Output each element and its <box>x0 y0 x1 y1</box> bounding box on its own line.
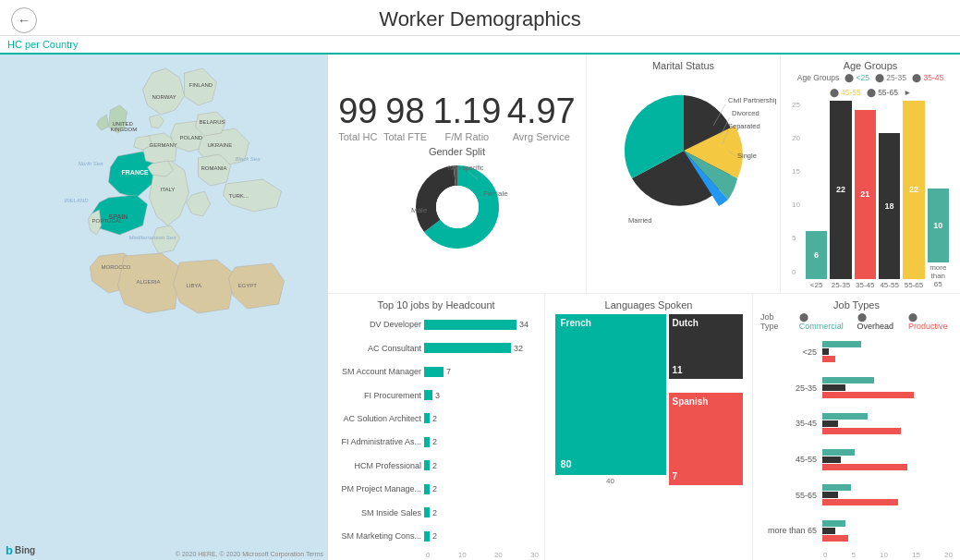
svg-text:PORTUGAL: PORTUGAL <box>92 218 124 224</box>
page-title: Worker Demographics <box>379 7 580 30</box>
gender-split-title: Gender Split <box>429 146 485 157</box>
age-legend-next[interactable]: ► <box>904 88 911 97</box>
bing-icon: b <box>6 543 13 557</box>
svg-text:FRANCE: FRANCE <box>122 169 149 176</box>
svg-text:Single: Single <box>737 152 757 160</box>
svg-text:Non-specific: Non-specific <box>448 164 484 172</box>
svg-text:BELARUS: BELARUS <box>200 119 225 125</box>
svg-text:Male: Male <box>411 206 428 214</box>
svg-text:UKRAINE: UKRAINE <box>208 142 233 148</box>
age-bar-45-55: 18 45-55 <box>879 101 900 289</box>
bing-label: Bing <box>15 545 35 555</box>
svg-text:Mediterranean Sea: Mediterranean Sea <box>129 235 177 240</box>
svg-text:North Sea: North Sea <box>79 161 104 166</box>
map-copyright: © 2020 HERE, © 2020 Microsoft Corporatio… <box>176 551 323 557</box>
total-fte-value: 98 <box>383 92 427 131</box>
total-hc-label: Total HC <box>338 131 377 142</box>
languages-title: Languages Spoken <box>605 299 693 310</box>
fm-ratio-value: 1.19 <box>432 92 501 131</box>
page-header: Worker Demographics <box>0 0 960 36</box>
svg-text:TURK...: TURK... <box>229 193 249 199</box>
svg-text:Separated: Separated <box>728 122 760 130</box>
marital-status-panel: Marital Status Civil <box>587 55 781 293</box>
avrg-service-value: 4.97 <box>507 92 576 131</box>
fm-ratio-stat: 1.19 F/M Ratio <box>432 92 501 142</box>
age-bar-55-65: 22 55-65 <box>903 101 924 289</box>
svg-text:Female: Female <box>483 189 508 198</box>
age-bar-65plus: 10 morethan 65 <box>928 101 949 289</box>
age-bar-lt25: 6 <25 <box>806 101 827 289</box>
age-groups-panel: Age Groups Age Groups ⬤ <25 ⬤ 25-35 ⬤ 35… <box>781 55 960 293</box>
svg-text:ALGERIA: ALGERIA <box>137 279 161 285</box>
svg-text:NORWAY: NORWAY <box>152 94 176 100</box>
languages-panel: Languages Spoken French 80 40 <box>545 294 753 561</box>
top10-panel: Top 10 jobs by Headcount DV Developer 34… <box>328 294 545 561</box>
avrg-service-stat: 4.97 Avrg Service <box>507 92 576 142</box>
total-fte-label: Total FTE <box>383 131 427 142</box>
svg-text:LIBYA: LIBYA <box>187 283 202 288</box>
back-button[interactable]: ← <box>11 7 37 33</box>
svg-text:Divorced: Divorced <box>732 109 759 117</box>
total-hc-value: 99 <box>338 92 377 131</box>
total-hc-stat: 99 Total HC <box>338 92 377 142</box>
marital-status-title: Marital Status <box>652 60 714 71</box>
fm-ratio-label: F/M Ratio <box>432 131 501 142</box>
top10-title: Top 10 jobs by Headcount <box>334 299 539 310</box>
age-groups-title: Age Groups <box>788 60 953 71</box>
map-section: UNITED KINGDOM FRANCE SPAIN PORTUGAL GER… <box>0 55 328 560</box>
svg-text:ITALY: ITALY <box>161 187 176 192</box>
avrg-service-label: Avrg Service <box>507 131 576 142</box>
svg-point-49 <box>436 186 479 228</box>
job-types-title: Job Types <box>760 299 953 310</box>
back-icon: ← <box>18 13 30 28</box>
gender-split-panel: Gender Split Male <box>335 146 578 254</box>
svg-text:EGYPT: EGYPT <box>238 283 258 288</box>
svg-text:MOROCCO: MOROCCO <box>102 264 131 270</box>
svg-text:Married: Married <box>628 216 651 225</box>
svg-text:GERMANY: GERMANY <box>150 142 177 148</box>
svg-text:Black Sea: Black Sea <box>236 156 261 162</box>
svg-text:ROMANIA: ROMANIA <box>201 165 227 171</box>
age-bar-35-45: 21 35-45 <box>855 101 876 289</box>
stats-panel: 99 Total HC 98 Total FTE 1.19 F/M Ratio <box>328 55 587 293</box>
svg-text:POLAND: POLAND <box>180 135 203 140</box>
age-legend-item: Age Groups <box>797 73 839 82</box>
svg-text:FINLAND: FINLAND <box>189 82 213 88</box>
section-label: HC per Country <box>0 36 960 55</box>
svg-text:IRELAND: IRELAND <box>65 198 90 203</box>
svg-text:KINGDOM: KINGDOM <box>111 127 138 132</box>
age-bar-25-35: 22 25-35 <box>830 101 851 289</box>
svg-text:Civil Partnership: Civil Partnership <box>728 96 776 104</box>
job-types-panel: Job Types Job Type ⬤ Commercial ⬤ Overhe… <box>753 294 960 561</box>
total-fte-stat: 98 Total FTE <box>383 92 427 142</box>
